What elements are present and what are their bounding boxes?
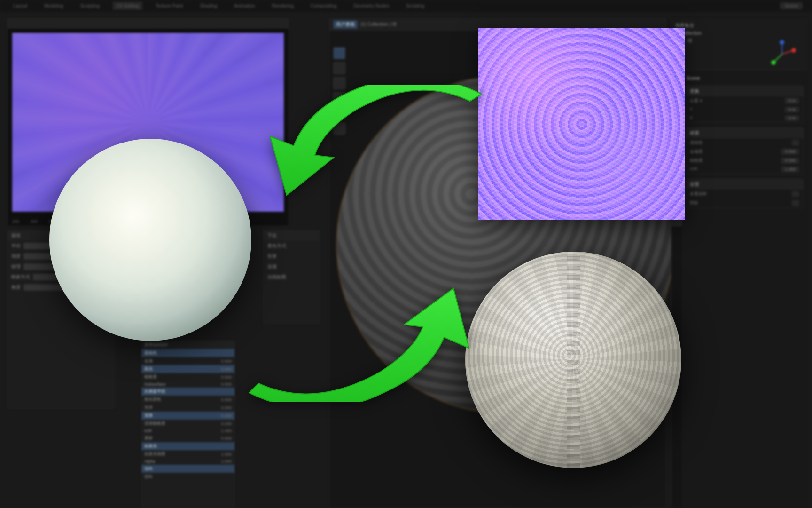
property-row[interactable]: 位置 X0 m [686, 96, 803, 105]
shading-popover-title: 下拉 [264, 230, 319, 241]
scale-tool-icon[interactable] [333, 107, 345, 119]
move-tool-icon[interactable] [333, 77, 345, 89]
tool-setting-row[interactable]: 角度 [8, 282, 115, 293]
tool-setting-row[interactable]: 强度 [8, 251, 115, 262]
axis-gizmo-icon[interactable] [768, 40, 796, 68]
shading-option[interactable]: 背景 [264, 251, 319, 262]
setting-label: 纹理 [11, 263, 21, 270]
shading-option[interactable]: 法线贴图 [264, 272, 319, 282]
svg-point-5 [780, 40, 784, 45]
viewport-toolbar [333, 47, 345, 135]
cursor-tool-icon[interactable] [333, 47, 345, 59]
outliner-item[interactable]: Collection [674, 30, 804, 37]
properties-tab-particle-icon[interactable] [671, 157, 682, 167]
properties-tab-texture-icon[interactable] [671, 216, 682, 226]
svg-point-3 [791, 48, 796, 53]
ruler-tick: 400 [31, 219, 38, 224]
section-header[interactable]: 变换 [686, 86, 803, 96]
properties-tab-physics-icon[interactable] [671, 169, 682, 179]
properties-tab-render-icon[interactable] [671, 75, 682, 85]
shader-node-input[interactable]: 光泽0.000 [141, 404, 234, 412]
workspace-tab[interactable]: Rendering [268, 2, 297, 10]
normal-map-texture-preview [12, 33, 284, 212]
section-header[interactable]: 设置 [686, 179, 803, 190]
tool-setting-row[interactable]: 纹理 [8, 262, 115, 272]
property-row[interactable]: 阴影 [686, 198, 803, 207]
properties-section: 变换 位置 X0 mY0 mZ0 m [686, 86, 804, 123]
shader-node-input[interactable]: 透射0.000 [141, 434, 234, 442]
shader-node-input[interactable]: 切向 [141, 473, 234, 481]
properties-tab-scene-icon[interactable] [671, 110, 682, 120]
workspace-tab[interactable]: Geometry Nodes [350, 2, 393, 10]
properties-tab-material-icon[interactable] [671, 204, 682, 214]
shader-node-input[interactable]: Subsurface0.000 [141, 381, 234, 388]
ruler-tick: 800 [67, 219, 74, 224]
select-tool-icon[interactable] [333, 62, 345, 74]
shader-node-input[interactable]: 自发光强度1.000 [141, 450, 234, 458]
workspace-tab[interactable]: Scripting [402, 2, 428, 10]
setting-label: 映射方式 [11, 274, 30, 280]
shader-node-input[interactable]: 各向异性0.000 [141, 396, 234, 404]
ruler-tick: 600 [49, 219, 56, 224]
image-editor-footer: 200 400 600 800 [12, 219, 74, 224]
properties-tab-output-icon[interactable] [671, 87, 682, 97]
shading-option[interactable]: 选项 [264, 262, 319, 272]
shading-popover: 下拉 着色方式 背景 选项 法线贴图 [263, 230, 320, 324]
workspace-tab[interactable]: Modeling [40, 2, 67, 10]
workspace-tab[interactable]: Texture Paint [152, 2, 187, 10]
main-area: 200 400 600 800 画笔 半径 强度 纹理 映射方式 角度 原理化B… [0, 11, 812, 508]
tool-setting-row[interactable]: 映射方式 [8, 272, 115, 282]
properties-tab-strip [671, 75, 682, 508]
shader-node-input[interactable]: 高光0.500 [141, 365, 234, 373]
svg-point-4 [771, 60, 776, 65]
tool-setting-row[interactable]: 半径 [8, 241, 115, 251]
shader-node-input[interactable]: 自发光 [141, 442, 234, 450]
measure-tool-icon[interactable] [333, 122, 345, 135]
scene-selector[interactable]: Scene [780, 2, 803, 9]
image-editor-panel: 200 400 600 800 [7, 18, 289, 226]
shader-node-input[interactable]: 清漆粗糙度0.030 [141, 420, 234, 428]
shader-node-input[interactable]: 金属0.000 [141, 357, 234, 365]
workspace-tab-active[interactable]: UV Editing [113, 2, 142, 10]
3d-viewport[interactable]: 用户透视 (1) Collection | 球 [329, 18, 666, 508]
properties-tab-object-icon[interactable] [671, 134, 682, 144]
outliner-root[interactable]: 场景集合 [674, 21, 804, 30]
rotate-tool-icon[interactable] [333, 92, 345, 104]
properties-tab-world-icon[interactable] [671, 122, 682, 132]
setting-label: 强度 [11, 253, 21, 260]
workspace-tab[interactable]: Sculpting [77, 2, 103, 10]
property-row[interactable]: 金属度0.000 [686, 147, 803, 156]
workspace-tab[interactable]: Animation [230, 2, 258, 10]
property-row[interactable]: Y0 m [686, 105, 803, 114]
properties-sidebar: 场景集合 Collection 球 Scene 变换 位置 X0 mY0 mZ0… [671, 18, 807, 508]
viewport-header: 用户透视 (1) Collection | 球 [329, 19, 666, 30]
workspace-tab[interactable]: Shading [196, 2, 221, 10]
property-row[interactable]: 多重采样 [686, 190, 803, 198]
properties-tab-data-icon[interactable] [671, 192, 682, 203]
properties-section: 材质 基础色金属度0.000粗糙度0.500IOR1.450 [686, 127, 804, 174]
properties-tab-modifier-icon[interactable] [671, 145, 682, 156]
shading-option[interactable]: 着色方式 [264, 241, 319, 251]
setting-label: 角度 [11, 284, 21, 291]
shader-node-input[interactable]: Alpha1.000 [141, 458, 234, 465]
tool-settings-panel: 画笔 半径 强度 纹理 映射方式 角度 [7, 230, 115, 409]
shader-node-input[interactable]: 次表面半径 [141, 388, 234, 396]
property-row[interactable]: IOR1.450 [686, 165, 803, 174]
section-header[interactable]: 材质 [686, 128, 803, 138]
properties-tab-constraint-icon[interactable] [671, 181, 682, 191]
shader-node-input[interactable]: 基础色 [141, 349, 234, 357]
properties-tab-view-icon[interactable] [671, 98, 682, 109]
shader-node-input[interactable]: IOR1.450 [141, 428, 234, 434]
workspace-tab[interactable]: Compositing [307, 2, 341, 10]
property-row[interactable]: 粗糙度0.500 [686, 156, 803, 165]
shader-node-input[interactable]: 法向 [141, 465, 234, 473]
property-row[interactable]: Z0 m [686, 114, 803, 122]
top-menu-bar: Layout Modeling Sculpting UV Editing Tex… [0, 0, 812, 11]
workspace-tab[interactable]: Layout [9, 2, 31, 10]
shader-node-input[interactable]: 清漆0.000 [141, 412, 234, 420]
setting-label: 半径 [11, 243, 21, 249]
viewport-mesh-sphere[interactable] [336, 75, 674, 414]
property-row[interactable]: 基础色 [686, 138, 803, 147]
shader-node-input[interactable]: 粗糙度0.500 [141, 373, 234, 381]
properties-context-label: Scene [686, 74, 804, 86]
